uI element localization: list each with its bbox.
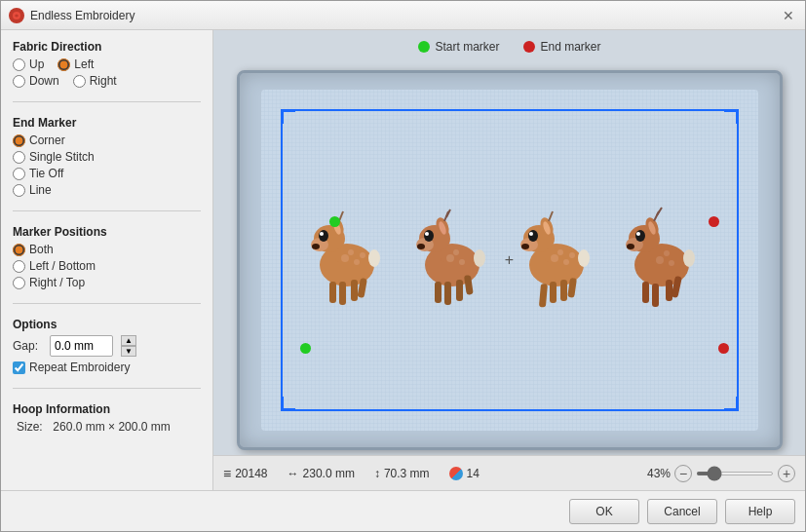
fabric-down-option[interactable]: Down: [13, 74, 59, 88]
repeat-checkbox-row: Repeat Embroidery: [13, 361, 201, 374]
close-button[interactable]: ✕: [780, 7, 797, 24]
gap-input[interactable]: [50, 335, 113, 357]
width-item: ↔ 230.0 mm: [288, 467, 355, 480]
hoop-size-value: 260.0 mm × 200.0 mm: [49, 420, 170, 434]
end-marker-label: End marker: [540, 40, 600, 54]
options-title: Options: [13, 318, 201, 331]
ok-button[interactable]: OK: [569, 499, 639, 524]
svg-rect-73: [652, 284, 659, 307]
svg-point-38: [459, 259, 465, 265]
zoom-slider[interactable]: [696, 472, 774, 475]
stitch-icon: ≡: [223, 466, 231, 481]
fabric-down-label: Down: [29, 74, 59, 88]
svg-point-36: [474, 249, 485, 267]
end-marker-line-label: Line: [29, 183, 52, 197]
divider3: [13, 303, 201, 304]
canvas-legend: Start marker End marker: [417, 40, 600, 54]
marker-right-top-label: Right / Top: [29, 276, 85, 289]
cancel-button[interactable]: Cancel: [647, 499, 717, 524]
height-icon: ↕: [374, 467, 380, 480]
marker-right-top[interactable]: Right / Top: [13, 276, 201, 289]
gap-spinner: ▲ ▼: [121, 335, 136, 357]
svg-point-55: [578, 249, 590, 267]
color-icon: [449, 467, 463, 480]
fabric-direction-row2: Down Right: [13, 74, 201, 88]
svg-rect-13: [351, 280, 358, 301]
svg-point-40: [417, 244, 425, 249]
left-panel: Fabric Direction Up Left: [1, 30, 213, 490]
svg-point-18: [348, 249, 354, 255]
divider1: [13, 101, 201, 102]
end-marker-title: End Marker: [13, 116, 201, 130]
end-marker-corner[interactable]: Corner: [13, 133, 201, 147]
marker-left-bottom[interactable]: Left / Bottom: [13, 259, 201, 273]
end-marker-2: [718, 343, 729, 354]
svg-point-39: [453, 249, 459, 255]
svg-point-64: [635, 230, 645, 242]
end-marker-tieoff[interactable]: Tie Off: [13, 167, 201, 180]
stitch-count: 20148: [235, 467, 267, 480]
end-marker-section: End Marker Corner Single Stitch Tie Off: [13, 116, 201, 197]
svg-point-66: [636, 233, 638, 235]
fabric-up-option[interactable]: Up: [13, 57, 44, 71]
repeat-checkbox[interactable]: [13, 361, 25, 374]
canvas-area: Start marker End marker: [213, 30, 805, 490]
zoom-in-button[interactable]: +: [778, 465, 795, 482]
svg-point-20: [312, 244, 320, 249]
end-marker-single-label: Single Stitch: [29, 150, 95, 164]
fabric-left-option[interactable]: Left: [58, 57, 94, 71]
svg-rect-32: [435, 282, 441, 303]
end-marker-line[interactable]: Line: [13, 183, 201, 197]
gap-row: Gap: ▲ ▼: [13, 335, 201, 357]
marker-both-label: Both: [29, 243, 54, 256]
svg-rect-33: [444, 282, 451, 305]
end-marker-tieoff-label: Tie Off: [29, 167, 63, 180]
svg-point-24: [424, 230, 434, 242]
svg-point-76: [683, 249, 695, 267]
fabric-direction-row1: Up Left: [13, 57, 201, 71]
marker-both[interactable]: Both: [13, 243, 201, 256]
embroidery-frame: +: [237, 70, 783, 450]
main-content: Fabric Direction Up Left: [1, 30, 805, 490]
help-button[interactable]: Help: [725, 499, 795, 524]
stitch-count-item: ≡ 20148: [223, 466, 268, 481]
svg-line-70: [657, 208, 662, 215]
fabric-direction-group: Up Left Down: [13, 57, 201, 88]
hoop-info-section: Hoop Information Size: 260.0 mm × 200.0 …: [13, 402, 201, 434]
svg-point-46: [529, 233, 531, 235]
end-marker-single[interactable]: Single Stitch: [13, 150, 201, 164]
fabric-up-label: Up: [29, 57, 44, 71]
end-marker-group: Corner Single Stitch Tie Off Line: [13, 133, 201, 197]
svg-rect-11: [329, 282, 336, 303]
svg-rect-72: [642, 282, 649, 303]
fabric-right-label: Right: [90, 74, 117, 88]
end-marker-dot: [522, 41, 534, 53]
status-bar: ≡ 20148 ↔ 230.0 mm ↕ 70.3 mm 14: [213, 455, 805, 490]
svg-rect-12: [339, 282, 346, 305]
divider4: [13, 388, 201, 389]
start-marker-1: [329, 216, 340, 227]
svg-point-19: [360, 252, 365, 258]
hoop-size-label: Size:: [13, 420, 46, 434]
gap-down-button[interactable]: ▼: [121, 346, 136, 357]
fabric-right-option[interactable]: Right: [73, 74, 117, 88]
zoom-control: 43% − +: [647, 465, 795, 482]
svg-point-26: [425, 233, 427, 235]
svg-rect-74: [666, 280, 672, 301]
fabric-left-label: Left: [74, 57, 94, 71]
svg-point-78: [669, 260, 674, 266]
window-title: Endless Embroidery: [30, 9, 134, 22]
main-window: Endless Embroidery ✕ Fabric Direction Up: [0, 0, 806, 532]
zoom-out-button[interactable]: −: [674, 465, 692, 482]
svg-line-49: [549, 211, 553, 221]
embroidery-inner: +: [261, 90, 758, 431]
svg-point-37: [446, 254, 454, 262]
title-bar: Endless Embroidery ✕: [1, 1, 805, 30]
svg-rect-51: [539, 284, 548, 308]
svg-line-9: [339, 211, 343, 221]
marker-left-bottom-label: Left / Bottom: [29, 259, 96, 273]
start-marker-dot: [417, 41, 429, 53]
divider2: [13, 210, 201, 211]
gap-up-button[interactable]: ▲: [121, 335, 136, 346]
svg-point-56: [551, 254, 558, 262]
